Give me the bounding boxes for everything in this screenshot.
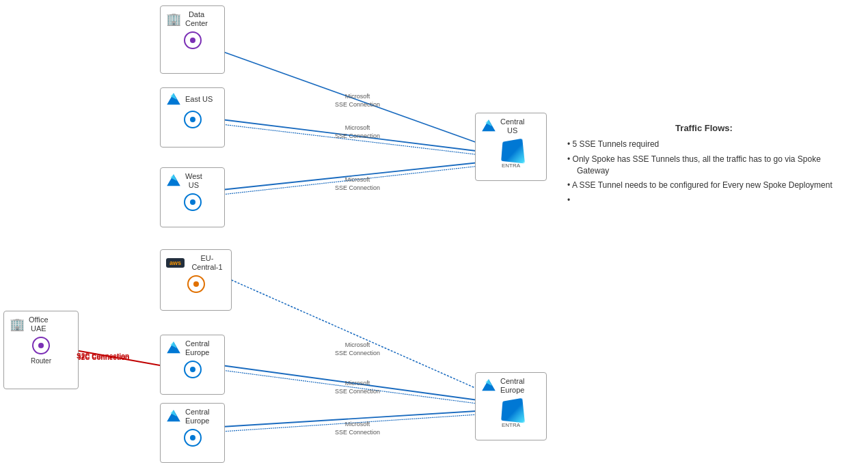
central-us-label: CentralUS: [500, 117, 524, 135]
aws-icon: aws: [166, 258, 185, 268]
label-westus-sse: MicrosoftSSE Connection: [335, 176, 380, 192]
eu-central-node: aws EU-Central-1: [160, 249, 232, 311]
data-center-node: 🏢 DataCenter: [160, 5, 225, 74]
ce1-vpn-icon: [183, 360, 202, 379]
label-eastus-sse: MicrosoftSSE Connection: [335, 124, 380, 140]
traffic-flow-item-1: 5 SSE Tunnels required: [567, 139, 841, 150]
traffic-flows-title: Traffic Flows:: [567, 123, 841, 133]
label-dc-sse: MicrosoftSSE Connection: [335, 93, 380, 109]
office-uae-conn-icon: [31, 336, 51, 355]
entra-eu-label: ENTRA: [502, 422, 520, 428]
entra-us-block: ENTRA: [500, 139, 522, 169]
office-uae-node: 🏢 OfficeUAE Router: [3, 311, 79, 389]
s2c-label: S2C Connection: [77, 352, 129, 360]
ce1-label: CentralEurope: [185, 339, 209, 357]
label-ce2-sse: MicrosoftSSE Connection: [335, 380, 380, 395]
ce2-label: CentralEurope: [185, 408, 209, 425]
west-us-node: WestUS: [160, 167, 225, 227]
ce2-azure-icon: [166, 409, 181, 424]
traffic-flows-panel: Traffic Flows: 5 SSE Tunnels required On…: [567, 123, 841, 210]
central-us-azure-icon: [481, 119, 496, 134]
east-us-azure-icon: [166, 92, 181, 107]
east-us-label: East US: [185, 95, 213, 104]
entra-eu-block: ENTRA: [500, 399, 522, 428]
ce1-azure-icon: [166, 341, 181, 356]
traffic-flow-item-4: [567, 195, 841, 206]
ce-hub-label: CentralEurope: [500, 377, 524, 395]
traffic-flows-list: 5 SSE Tunnels required Only Spoke has SS…: [567, 139, 841, 206]
east-us-vpn-icon: [183, 110, 202, 129]
office-uae-label: OfficeUAE: [29, 315, 49, 333]
central-us-hub-node: CentralUS ENTRA: [475, 113, 547, 181]
datacenter-vpn-icon: [183, 31, 202, 50]
west-us-azure-icon: [166, 173, 181, 188]
connections-svg: [0, 0, 868, 463]
west-us-vpn-icon: [183, 193, 202, 212]
entra-eu-cube: [501, 398, 525, 423]
traffic-flow-item-2: Only Spoke has SSE Tunnels thus, all the…: [567, 154, 841, 177]
diagram-container: MicrosoftSSE Connection MicrosoftSSE Con…: [0, 0, 868, 463]
label-ce3-sse: MicrosoftSSE Connection: [335, 421, 380, 436]
router-label: Router: [31, 357, 51, 365]
central-europe-2-node: CentralEurope: [160, 403, 225, 463]
ce2-vpn-icon: [183, 428, 202, 447]
central-europe-1-node: CentralEurope: [160, 335, 225, 395]
label-ce1-sse: MicrosoftSSE Connection: [335, 341, 380, 357]
entra-us-cube: [501, 139, 525, 164]
ce-hub-azure-icon: [481, 378, 496, 393]
office-uae-icon: 🏢: [10, 317, 25, 332]
traffic-flow-item-3: A SSE Tunnel needs to be configured for …: [567, 180, 841, 191]
eu-central-vpn-icon: [187, 275, 206, 294]
datacenter-icon: 🏢: [166, 12, 181, 27]
datacenter-label: DataCenter: [185, 10, 208, 28]
entra-us-label: ENTRA: [502, 163, 520, 169]
east-us-node: East US: [160, 87, 225, 148]
central-europe-hub-node: CentralEurope ENTRA: [475, 372, 547, 440]
eu-central-label: EU-Central-1: [189, 254, 226, 272]
west-us-label: WestUS: [185, 172, 202, 190]
